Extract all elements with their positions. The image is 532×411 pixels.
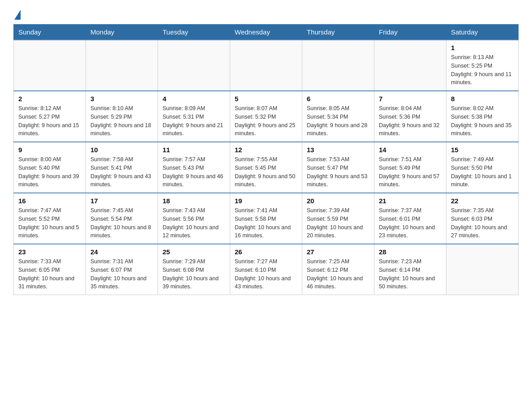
day-number: 9 bbox=[18, 146, 81, 154]
logo-triangle-icon bbox=[14, 10, 21, 20]
day-number: 7 bbox=[379, 95, 442, 103]
calendar-cell: 19Sunrise: 7:41 AMSunset: 5:58 PMDayligh… bbox=[230, 193, 302, 244]
day-info: Sunrise: 8:02 AMSunset: 5:38 PMDaylight:… bbox=[451, 104, 514, 138]
calendar-cell: 8Sunrise: 8:02 AMSunset: 5:38 PMDaylight… bbox=[446, 91, 519, 142]
day-header-monday: Monday bbox=[86, 25, 158, 40]
day-number: 12 bbox=[235, 146, 297, 154]
day-header-tuesday: Tuesday bbox=[158, 25, 230, 40]
calendar-cell: 4Sunrise: 8:09 AMSunset: 5:31 PMDaylight… bbox=[158, 91, 230, 142]
day-number: 8 bbox=[451, 95, 514, 103]
day-number: 16 bbox=[18, 197, 81, 205]
calendar-cell bbox=[230, 40, 302, 91]
page-header bbox=[13, 9, 519, 20]
day-number: 13 bbox=[307, 146, 369, 154]
calendar-cell: 13Sunrise: 7:53 AMSunset: 5:47 PMDayligh… bbox=[302, 142, 374, 193]
calendar-cell bbox=[86, 40, 158, 91]
day-number: 17 bbox=[90, 197, 153, 205]
day-number: 18 bbox=[163, 197, 225, 205]
day-info: Sunrise: 7:58 AMSunset: 5:41 PMDaylight:… bbox=[90, 155, 153, 189]
calendar-cell: 22Sunrise: 7:35 AMSunset: 6:03 PMDayligh… bbox=[446, 193, 519, 244]
calendar-week-row: 16Sunrise: 7:47 AMSunset: 5:52 PMDayligh… bbox=[14, 193, 519, 244]
calendar-cell: 23Sunrise: 7:33 AMSunset: 6:05 PMDayligh… bbox=[14, 244, 86, 295]
day-header-wednesday: Wednesday bbox=[230, 25, 302, 40]
day-number: 20 bbox=[307, 197, 369, 205]
calendar-cell: 21Sunrise: 7:37 AMSunset: 6:01 PMDayligh… bbox=[374, 193, 446, 244]
calendar-cell: 14Sunrise: 7:51 AMSunset: 5:49 PMDayligh… bbox=[374, 142, 446, 193]
day-info: Sunrise: 7:57 AMSunset: 5:43 PMDaylight:… bbox=[163, 155, 225, 189]
calendar-cell: 12Sunrise: 7:55 AMSunset: 5:45 PMDayligh… bbox=[230, 142, 302, 193]
day-info: Sunrise: 7:47 AMSunset: 5:52 PMDaylight:… bbox=[18, 206, 81, 240]
day-number: 10 bbox=[90, 146, 153, 154]
calendar-cell: 5Sunrise: 8:07 AMSunset: 5:32 PMDaylight… bbox=[230, 91, 302, 142]
calendar-week-row: 23Sunrise: 7:33 AMSunset: 6:05 PMDayligh… bbox=[14, 244, 519, 295]
calendar-cell: 7Sunrise: 8:04 AMSunset: 5:36 PMDaylight… bbox=[374, 91, 446, 142]
day-info: Sunrise: 7:23 AMSunset: 6:14 PMDaylight:… bbox=[379, 257, 442, 291]
day-number: 27 bbox=[307, 248, 369, 256]
day-number: 14 bbox=[379, 146, 442, 154]
day-info: Sunrise: 8:00 AMSunset: 5:40 PMDaylight:… bbox=[18, 155, 81, 189]
calendar-cell: 16Sunrise: 7:47 AMSunset: 5:52 PMDayligh… bbox=[14, 193, 86, 244]
calendar-cell: 9Sunrise: 8:00 AMSunset: 5:40 PMDaylight… bbox=[14, 142, 86, 193]
day-number: 24 bbox=[90, 248, 153, 256]
day-number: 15 bbox=[451, 146, 514, 154]
calendar-cell: 3Sunrise: 8:10 AMSunset: 5:29 PMDaylight… bbox=[86, 91, 158, 142]
day-header-sunday: Sunday bbox=[14, 25, 86, 40]
day-info: Sunrise: 7:33 AMSunset: 6:05 PMDaylight:… bbox=[18, 257, 81, 291]
calendar-cell: 17Sunrise: 7:45 AMSunset: 5:54 PMDayligh… bbox=[86, 193, 158, 244]
day-info: Sunrise: 8:09 AMSunset: 5:31 PMDaylight:… bbox=[163, 104, 225, 138]
day-number: 3 bbox=[90, 95, 153, 103]
day-number: 6 bbox=[307, 95, 369, 103]
day-number: 11 bbox=[163, 146, 225, 154]
day-number: 4 bbox=[163, 95, 225, 103]
day-info: Sunrise: 7:55 AMSunset: 5:45 PMDaylight:… bbox=[235, 155, 297, 189]
day-number: 22 bbox=[451, 197, 514, 205]
calendar-cell: 1Sunrise: 8:13 AMSunset: 5:25 PMDaylight… bbox=[446, 40, 519, 91]
calendar-cell: 27Sunrise: 7:25 AMSunset: 6:12 PMDayligh… bbox=[302, 244, 374, 295]
day-number: 19 bbox=[235, 197, 297, 205]
day-info: Sunrise: 8:10 AMSunset: 5:29 PMDaylight:… bbox=[90, 104, 153, 138]
day-number: 26 bbox=[235, 248, 297, 256]
calendar-cell bbox=[14, 40, 86, 91]
day-info: Sunrise: 7:25 AMSunset: 6:12 PMDaylight:… bbox=[307, 257, 369, 291]
day-number: 1 bbox=[451, 44, 514, 51]
calendar-cell: 18Sunrise: 7:43 AMSunset: 5:56 PMDayligh… bbox=[158, 193, 230, 244]
day-header-saturday: Saturday bbox=[446, 25, 519, 40]
day-info: Sunrise: 8:05 AMSunset: 5:34 PMDaylight:… bbox=[307, 104, 369, 138]
calendar-cell bbox=[374, 40, 446, 91]
day-number: 23 bbox=[18, 248, 81, 256]
calendar-cell: 28Sunrise: 7:23 AMSunset: 6:14 PMDayligh… bbox=[374, 244, 446, 295]
calendar-header-row: SundayMondayTuesdayWednesdayThursdayFrid… bbox=[14, 25, 519, 40]
day-info: Sunrise: 7:45 AMSunset: 5:54 PMDaylight:… bbox=[90, 206, 153, 240]
day-info: Sunrise: 8:07 AMSunset: 5:32 PMDaylight:… bbox=[235, 104, 297, 138]
day-info: Sunrise: 7:37 AMSunset: 6:01 PMDaylight:… bbox=[379, 206, 442, 240]
day-number: 25 bbox=[163, 248, 225, 256]
calendar-cell: 6Sunrise: 8:05 AMSunset: 5:34 PMDaylight… bbox=[302, 91, 374, 142]
day-header-friday: Friday bbox=[374, 25, 446, 40]
day-number: 2 bbox=[18, 95, 81, 103]
day-number: 28 bbox=[379, 248, 442, 256]
day-info: Sunrise: 7:53 AMSunset: 5:47 PMDaylight:… bbox=[307, 155, 369, 189]
calendar-week-row: 9Sunrise: 8:00 AMSunset: 5:40 PMDaylight… bbox=[14, 142, 519, 193]
day-info: Sunrise: 7:41 AMSunset: 5:58 PMDaylight:… bbox=[235, 206, 297, 240]
day-info: Sunrise: 7:35 AMSunset: 6:03 PMDaylight:… bbox=[451, 206, 514, 240]
calendar-cell: 26Sunrise: 7:27 AMSunset: 6:10 PMDayligh… bbox=[230, 244, 302, 295]
calendar-cell: 11Sunrise: 7:57 AMSunset: 5:43 PMDayligh… bbox=[158, 142, 230, 193]
calendar-week-row: 2Sunrise: 8:12 AMSunset: 5:27 PMDaylight… bbox=[14, 91, 519, 142]
day-info: Sunrise: 7:39 AMSunset: 5:59 PMDaylight:… bbox=[307, 206, 369, 240]
calendar-cell bbox=[158, 40, 230, 91]
day-header-thursday: Thursday bbox=[302, 25, 374, 40]
day-info: Sunrise: 7:49 AMSunset: 5:50 PMDaylight:… bbox=[451, 155, 514, 189]
day-info: Sunrise: 8:12 AMSunset: 5:27 PMDaylight:… bbox=[18, 104, 81, 138]
day-info: Sunrise: 8:04 AMSunset: 5:36 PMDaylight:… bbox=[379, 104, 442, 138]
day-info: Sunrise: 7:31 AMSunset: 6:07 PMDaylight:… bbox=[90, 257, 153, 291]
calendar-cell bbox=[302, 40, 374, 91]
calendar-cell bbox=[446, 244, 519, 295]
day-info: Sunrise: 7:51 AMSunset: 5:49 PMDaylight:… bbox=[379, 155, 442, 189]
day-number: 21 bbox=[379, 197, 442, 205]
calendar-cell: 20Sunrise: 7:39 AMSunset: 5:59 PMDayligh… bbox=[302, 193, 374, 244]
calendar-table: SundayMondayTuesdayWednesdayThursdayFrid… bbox=[13, 24, 519, 295]
day-info: Sunrise: 7:43 AMSunset: 5:56 PMDaylight:… bbox=[163, 206, 225, 240]
calendar-cell: 25Sunrise: 7:29 AMSunset: 6:08 PMDayligh… bbox=[158, 244, 230, 295]
calendar-week-row: 1Sunrise: 8:13 AMSunset: 5:25 PMDaylight… bbox=[14, 40, 519, 91]
calendar-cell: 24Sunrise: 7:31 AMSunset: 6:07 PMDayligh… bbox=[86, 244, 158, 295]
